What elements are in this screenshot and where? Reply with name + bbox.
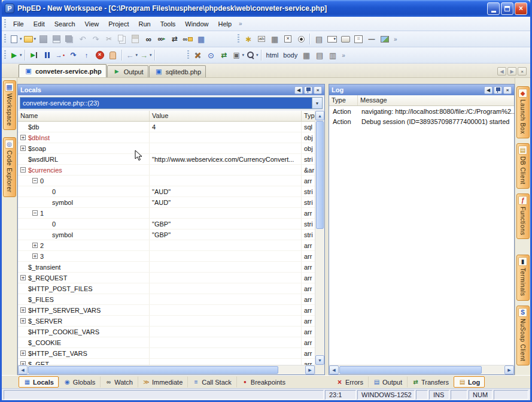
new-file-dropdown-arrow[interactable]: ▾: [20, 37, 22, 41]
scroll-left-arrow-icon[interactable]: ◀: [18, 365, 28, 374]
bottom-tab-globals[interactable]: Globals: [59, 376, 100, 388]
step-into-button[interactable]: [54, 49, 67, 62]
sidebar-tab-workspace[interactable]: Workspace: [3, 80, 16, 130]
column-header-type[interactable]: Type: [302, 111, 315, 121]
zoom-button[interactable]: ▾: [245, 49, 259, 62]
step-out-button[interactable]: [80, 49, 93, 62]
tree-expander-icon[interactable]: +: [20, 146, 26, 151]
sidebar-tab-db-client[interactable]: DB Client: [516, 143, 530, 189]
locals-row[interactable]: +$_GETarr: [18, 359, 315, 365]
layout-button[interactable]: ▾: [231, 49, 245, 62]
toolbar-grip[interactable]: [4, 34, 6, 44]
locals-row[interactable]: +0"AUD"stri: [18, 186, 315, 197]
minimize-button[interactable]: [487, 2, 500, 15]
menu-item-run[interactable]: Run: [133, 18, 155, 30]
run-dropdown-arrow[interactable]: ▾: [20, 53, 22, 58]
back-button[interactable]: ▾: [124, 49, 139, 62]
auto-hide-button[interactable]: [494, 86, 502, 94]
locals-row[interactable]: −0arr: [18, 176, 315, 186]
locals-row[interactable]: +$_REQUESTarr: [18, 273, 315, 283]
insert-checkbox-button[interactable]: [281, 32, 294, 46]
toolbar-grip[interactable]: [4, 19, 6, 29]
locals-vertical-scrollbar[interactable]: ▲ ▼: [315, 111, 324, 374]
insert-select-button[interactable]: [326, 32, 339, 46]
locals-row[interactable]: +$_SERVERarr: [18, 316, 315, 327]
sidebar-tab-terminals[interactable]: Terminals: [516, 255, 530, 300]
forward-button[interactable]: ▾: [138, 49, 153, 62]
menu-item-help[interactable]: Help: [213, 18, 236, 30]
sidebar-tab-launch-box[interactable]: Launch Box: [516, 86, 530, 138]
locals-row[interactable]: +symbol"GBP"stri: [18, 229, 315, 240]
menu-item-edit[interactable]: Edit: [29, 18, 50, 30]
locals-row[interactable]: +$HTTP_POST_FILESarr: [18, 283, 315, 294]
locals-row[interactable]: +$dbInstobj: [18, 132, 315, 143]
insert-hr-button[interactable]: [365, 32, 378, 46]
bottom-tab-watch[interactable]: Watch: [100, 376, 138, 388]
find-in-files-button[interactable]: [181, 32, 194, 46]
log-column-headers[interactable]: Type Message: [329, 95, 514, 106]
forward-dropdown-arrow[interactable]: ▾: [150, 53, 152, 58]
locals-row[interactable]: −1arr: [18, 208, 315, 219]
menu-item-view[interactable]: View: [80, 18, 104, 30]
insert-image-button[interactable]: [378, 32, 391, 46]
tools-button[interactable]: [191, 49, 205, 62]
title-bar[interactable]: P PhpED - New Workspace - [C:\Program Fi…: [2, 0, 530, 17]
scrollbar-track[interactable]: [315, 120, 324, 355]
column-header-type[interactable]: Type: [329, 95, 358, 105]
toolbar-overflow-chevron[interactable]: »: [339, 52, 348, 59]
insert-listbox-button[interactable]: [312, 32, 326, 46]
document-tab-conveter-service-php[interactable]: conveter-service.php: [19, 64, 107, 77]
step-over-button[interactable]: [67, 49, 80, 62]
collapse-panel-button[interactable]: ◀: [294, 86, 303, 94]
grid-view-button[interactable]: [313, 49, 326, 62]
insert-textarea-button[interactable]: [352, 32, 365, 46]
document-tab-output[interactable]: Output: [107, 65, 148, 77]
menu-overflow-chevron[interactable]: »: [236, 20, 245, 27]
locals-row[interactable]: +$soapobj: [18, 143, 315, 154]
stop-button[interactable]: [93, 49, 107, 62]
tree-expander-icon[interactable]: −: [32, 178, 38, 183]
locals-row[interactable]: +2arr: [18, 240, 315, 251]
menu-item-project[interactable]: Project: [104, 18, 133, 30]
locals-column-headers[interactable]: Name Value Type: [18, 111, 315, 122]
pause-script-button[interactable]: [107, 49, 120, 62]
bottom-tab-immediate[interactable]: Immediate: [138, 376, 187, 388]
html-tag-button[interactable]: html: [264, 49, 281, 62]
run-to-cursor-button[interactable]: [28, 49, 41, 62]
tree-expander-icon[interactable]: −: [20, 167, 26, 173]
log-horizontal-scrollbar[interactable]: ◀ ▶: [329, 365, 514, 374]
locals-row[interactable]: +$_COOKIEarr: [18, 337, 315, 348]
sync-button[interactable]: [218, 49, 231, 62]
back-dropdown-arrow[interactable]: ▾: [136, 53, 138, 58]
tree-expander-icon[interactable]: −: [32, 210, 38, 216]
locals-row[interactable]: −$currencies&ar: [18, 165, 315, 176]
code-templates-button[interactable]: [194, 32, 208, 46]
toolbar-grip[interactable]: [187, 50, 189, 60]
locals-row[interactable]: +$db4sql: [18, 122, 315, 132]
frames-button[interactable]: [326, 49, 339, 62]
scroll-down-arrow-icon[interactable]: ▼: [315, 355, 324, 365]
menu-item-window[interactable]: Window: [180, 18, 213, 30]
tree-expander-icon[interactable]: +: [32, 243, 38, 248]
locals-row[interactable]: +$_transientarr: [18, 262, 315, 273]
document-tab-sqlitedb-php[interactable]: sqlitedb.php: [149, 65, 206, 77]
tab-scroll-left-button[interactable]: ◀: [497, 67, 506, 75]
column-header-name[interactable]: Name: [18, 111, 150, 121]
bottom-tab-errors[interactable]: Errors: [331, 376, 368, 388]
log-row[interactable]: ActionDebug session (ID=3893570987774000…: [329, 116, 514, 126]
html-wizard-button[interactable]: [242, 32, 255, 46]
tree-expander-icon[interactable]: +: [20, 318, 26, 324]
scrollbar-track[interactable]: [339, 365, 504, 374]
locals-row[interactable]: +symbol"AUD"stri: [18, 197, 315, 208]
layout-dropdown-arrow[interactable]: ▾: [242, 53, 245, 58]
open-file-button[interactable]: ▾: [23, 32, 37, 46]
stack-context-combobox[interactable]: conveter-service.php::(23) ▼: [20, 97, 323, 109]
locals-row[interactable]: +3arr: [18, 251, 315, 262]
bottom-tab-transfers[interactable]: Transfers: [407, 376, 454, 388]
locals-row[interactable]: +$HTTP_COOKIE_VARSarr: [18, 327, 315, 337]
table-view-button[interactable]: [300, 49, 313, 62]
tab-scroll-right-button[interactable]: ▶: [507, 67, 516, 75]
find-next-button[interactable]: [155, 32, 168, 46]
log-panel-header[interactable]: Log ◀ ×: [329, 84, 514, 95]
close-window-button[interactable]: ×: [515, 2, 527, 15]
